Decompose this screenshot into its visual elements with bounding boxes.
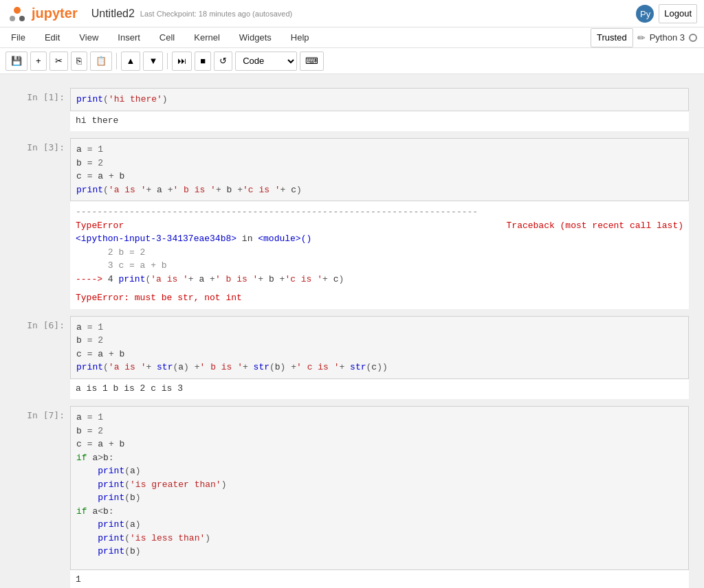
cell-7-content: a = 1 b = 2 c = a + b if a>b: print(a) p… xyxy=(70,406,689,588)
menubar: File Edit View Insert Cell Kernel Widget… xyxy=(0,27,704,48)
cell-7-container: In [7]: a = 1 b = 2 c = a + b if a>b: pr… xyxy=(15,406,689,588)
cell-7-code[interactable]: a = 1 b = 2 c = a + b if a>b: print(a) p… xyxy=(70,406,689,570)
cell-1-output: hi there xyxy=(70,111,689,132)
menu-file[interactable]: File xyxy=(7,30,30,45)
move-down-button[interactable]: ▼ xyxy=(143,52,163,71)
cell-6-container: In [6]: a = 1 b = 2 c = a + b print('a i… xyxy=(15,316,689,400)
add-cell-button[interactable]: + xyxy=(30,52,47,71)
notebook-area: In [1]: print('hi there') hi there In [3… xyxy=(0,74,704,588)
menu-insert[interactable]: Insert xyxy=(113,30,144,45)
logout-button[interactable]: Logout xyxy=(659,4,697,23)
move-up-button[interactable]: ▲ xyxy=(121,52,141,71)
save-button[interactable]: 💾 xyxy=(6,52,28,71)
paste-button[interactable]: 📋 xyxy=(90,52,112,71)
toolbar: 💾 + ✂ ⎘ 📋 ▲ ▼ ⏭ ■ ↺ Code Markdown Raw NB… xyxy=(0,48,704,74)
cell-7-label: In [7]: xyxy=(15,406,70,588)
jupyter-logo: jupyter xyxy=(7,3,78,24)
copy-button[interactable]: ⎘ xyxy=(71,52,87,71)
trusted-button[interactable]: Trusted xyxy=(591,28,633,47)
svg-point-2 xyxy=(19,16,25,21)
menu-view[interactable]: View xyxy=(75,30,102,45)
separator2 xyxy=(167,53,168,69)
run-button[interactable]: ⏭ xyxy=(172,52,192,71)
menu-edit[interactable]: Edit xyxy=(41,30,64,45)
checkpoint-info: Last Checkpoint: 18 minutes ago (autosav… xyxy=(140,10,292,18)
cell-3-label: In [3]: xyxy=(15,138,70,309)
restart-button[interactable]: ↺ xyxy=(214,52,232,71)
jupyter-icon xyxy=(7,3,28,24)
cell-6-code[interactable]: a = 1 b = 2 c = a + b print('a is '+ str… xyxy=(70,316,689,379)
svg-text:Py: Py xyxy=(640,9,651,19)
topbar: jupyter Untitled2 Last Checkpoint: 18 mi… xyxy=(0,0,704,27)
menu-cell[interactable]: Cell xyxy=(155,30,179,45)
top-right-controls: Py Logout xyxy=(635,4,697,23)
cell-3-container: In [3]: a = 1 b = 2 c = a + b print('a i… xyxy=(15,138,689,309)
pencil-icon: ✏ xyxy=(637,32,646,43)
cell-3-error: ----------------------------------------… xyxy=(70,201,689,309)
cell-1-content: print('hi there') hi there xyxy=(70,88,689,131)
cell-6-output: a is 1 b is 2 c is 3 xyxy=(70,379,689,400)
cell-type-select[interactable]: Code Markdown Raw NBConvert Heading xyxy=(235,52,297,71)
cell-3-content: a = 1 b = 2 c = a + b print('a is '+ a +… xyxy=(70,138,689,309)
cell-1-label: In [1]: xyxy=(15,88,70,131)
svg-point-0 xyxy=(14,7,21,14)
cut-button[interactable]: ✂ xyxy=(50,52,68,71)
cell-6-content: a = 1 b = 2 c = a + b print('a is '+ str… xyxy=(70,316,689,400)
cell-7-output: 1 is less than 2 xyxy=(70,570,689,589)
svg-point-1 xyxy=(10,16,15,21)
python-icon: Py xyxy=(635,4,654,23)
kernel-status-circle xyxy=(689,34,697,42)
code-fn: print xyxy=(76,94,103,104)
python-version-label: Python 3 xyxy=(650,32,685,43)
keyboard-shortcuts-button[interactable]: ⌨ xyxy=(300,52,324,71)
menu-widgets[interactable]: Widgets xyxy=(235,30,276,45)
notebook-title: Untitled2 xyxy=(91,8,135,20)
jupyter-text: jupyter xyxy=(32,5,78,21)
menu-kernel[interactable]: Kernel xyxy=(190,30,224,45)
menu-help[interactable]: Help xyxy=(287,30,314,45)
stop-button[interactable]: ■ xyxy=(195,52,211,71)
cell-1-code[interactable]: print('hi there') xyxy=(70,88,689,111)
separator1 xyxy=(116,53,117,69)
cell-3-code[interactable]: a = 1 b = 2 c = a + b print('a is '+ a +… xyxy=(70,138,689,201)
cell-1-container: In [1]: print('hi there') hi there xyxy=(15,88,689,131)
cell-6-label: In [6]: xyxy=(15,316,70,400)
cell-wrapper: In [1]: print('hi there') hi there In [3… xyxy=(15,88,689,588)
